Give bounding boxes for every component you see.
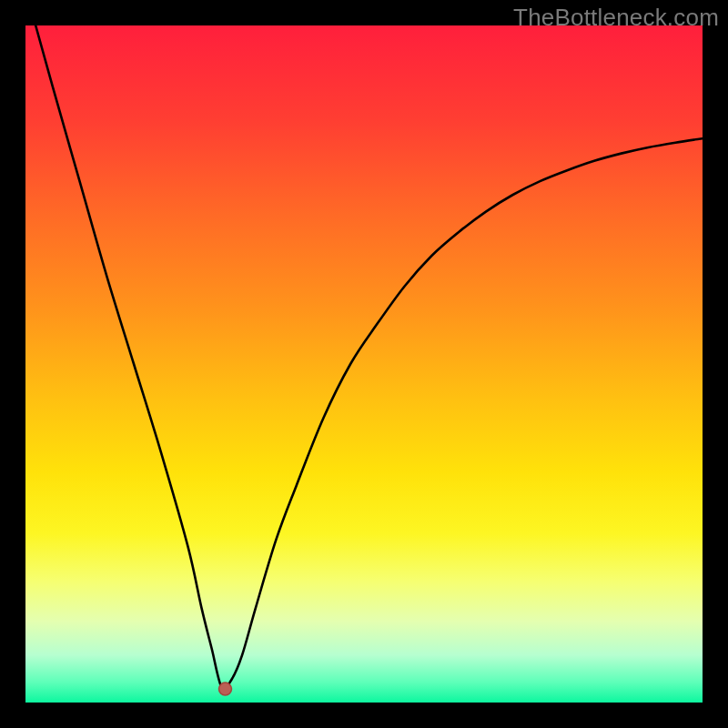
chart-frame: TheBottleneck.com [0,0,728,728]
optimal-point-dot [218,682,231,695]
chart-svg [25,25,703,703]
watermark-text: TheBottleneck.com [513,4,719,32]
gradient-background [25,25,703,703]
plot-area [25,25,703,703]
